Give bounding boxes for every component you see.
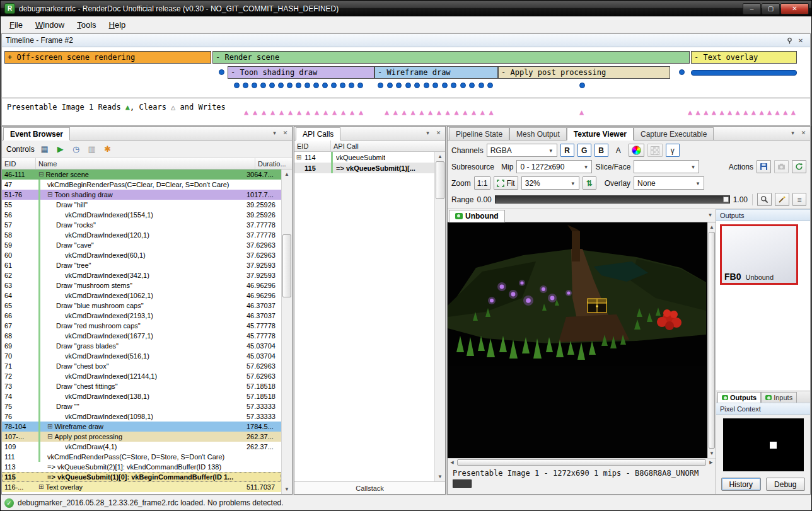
tab-capture-executable[interactable]: Capture Executable — [634, 127, 714, 141]
draw-call-dot[interactable] — [396, 83, 402, 88]
event-row[interactable]: 78-104⊞Wireframe draw1784.5... — [2, 422, 281, 432]
column-eid[interactable]: EID — [294, 141, 331, 151]
sliceface-dropdown[interactable]: ▾ — [634, 160, 699, 173]
write-marker-icon[interactable]: ▲ — [279, 108, 284, 116]
draw-call-dot[interactable] — [469, 83, 475, 88]
write-marker-icon[interactable]: ▲ — [704, 108, 708, 116]
output-thumbnail-fb0[interactable]: FB0 Unbound — [720, 224, 798, 285]
event-row[interactable]: 68vkCmdDrawIndexed(1677,1)45.77778 — [2, 331, 281, 341]
write-marker-icon[interactable]: ▲ — [306, 108, 310, 116]
scroll-left-icon[interactable]: ◀ — [448, 459, 456, 466]
draw-call-dot[interactable] — [579, 83, 585, 88]
event-row[interactable]: 116-...⊞Text overlay511.7037 — [2, 482, 281, 492]
scroll-down-icon[interactable]: ▼ — [435, 472, 445, 481]
pin-icon[interactable] — [784, 35, 795, 45]
write-marker-icon[interactable]: ▲ — [736, 108, 740, 116]
event-row[interactable]: 71Draw "chest box"57.62963 — [2, 361, 281, 371]
menu-item-tools[interactable]: Tools — [71, 18, 102, 32]
event-row[interactable]: 76vkCmdDrawIndexed(1098,1)57.33333 — [2, 411, 281, 422]
write-marker-icon[interactable]: ▲ — [728, 108, 732, 116]
range-min-value[interactable]: 0.00 — [477, 195, 491, 204]
tree-collapse-icon[interactable]: ⊟ — [38, 171, 44, 178]
write-marker-icon[interactable]: ▲ — [359, 108, 363, 116]
range-options-button[interactable]: ≡ — [792, 193, 806, 206]
draw-call-dot[interactable] — [287, 83, 293, 88]
scroll-up-icon[interactable]: ▲ — [435, 152, 445, 161]
draw-call-dot[interactable] — [331, 83, 337, 88]
save-texture-button[interactable] — [757, 160, 771, 173]
debug-button[interactable]: Debug — [766, 478, 806, 491]
scroll-thumb[interactable] — [457, 459, 706, 466]
zoom-1to1-button[interactable]: 1:1 — [474, 176, 491, 190]
event-row[interactable]: 66vkCmdDrawIndexed(2193,1)46.37037 — [2, 311, 281, 321]
event-browser-collapse-icon[interactable]: ▾ — [269, 128, 280, 138]
column-api-call[interactable]: API Call — [331, 141, 445, 151]
menu-item-help[interactable]: Help — [103, 18, 132, 32]
alpha-background-button[interactable] — [647, 144, 663, 157]
write-marker-icon[interactable]: ▲ — [315, 108, 319, 116]
write-marker-icon[interactable]: ▲ — [775, 108, 780, 116]
write-marker-icon[interactable]: ▲ — [463, 108, 467, 116]
write-marker-icon[interactable]: ▲ — [751, 108, 756, 116]
draw-call-dot[interactable] — [219, 69, 224, 75]
timeline-bar[interactable]: - Toon shading draw — [228, 66, 374, 79]
event-row[interactable]: 75Draw ""57.33333 — [2, 401, 281, 411]
api-calls-collapse-icon[interactable]: ▾ — [422, 128, 433, 138]
write-marker-icon[interactable]: ▲ — [332, 108, 337, 116]
draw-call-dot[interactable] — [679, 69, 685, 75]
draw-call-dot[interactable] — [357, 83, 363, 88]
write-marker-icon[interactable]: ▲ — [437, 108, 441, 116]
timeline-body[interactable]: + Off-screen scene rendering- Render sce… — [2, 47, 810, 125]
write-marker-icon[interactable]: ▲ — [489, 108, 494, 116]
pixel-context-view[interactable] — [723, 418, 804, 471]
draw-call-dot[interactable] — [313, 83, 319, 88]
colorwheel-button[interactable] — [629, 144, 644, 157]
callstack-section[interactable]: Callstack — [294, 481, 445, 494]
timeline-bar[interactable]: - Apply post processing — [498, 66, 670, 79]
write-marker-icon[interactable]: ▲ — [270, 108, 275, 116]
scroll-up-icon[interactable]: ▲ — [708, 222, 716, 232]
draw-call-dot[interactable] — [378, 83, 383, 88]
event-row[interactable]: 47vkCmdBeginRenderPass(C=Clear, D=Clear,… — [2, 180, 281, 190]
write-marker-icon[interactable]: ▲ — [696, 108, 700, 116]
timeline-bar[interactable]: - Text overlay — [691, 51, 797, 64]
event-row[interactable]: 57Draw "rocks"37.77778 — [2, 220, 281, 230]
event-row[interactable]: 73Draw "chest fittings"57.18518 — [2, 381, 281, 391]
draw-call-dot[interactable] — [424, 83, 429, 88]
write-marker-icon[interactable]: ▲ — [446, 108, 450, 116]
draw-call-dot[interactable] — [269, 83, 275, 88]
timing-icon[interactable]: ▦ — [38, 142, 52, 156]
write-marker-icon[interactable]: ▲ — [579, 108, 584, 116]
write-marker-icon[interactable]: ▲ — [759, 108, 763, 116]
write-marker-icon[interactable]: ▲ — [767, 108, 772, 116]
tree-expand-icon[interactable]: ⊞ — [47, 423, 52, 430]
write-marker-icon[interactable]: ▲ — [323, 108, 328, 116]
event-row[interactable]: 113=> vkQueueSubmit(2)[1]: vkEndCommandB… — [2, 462, 281, 472]
tab-outputs[interactable]: Outputs — [717, 392, 761, 403]
texture-list-dropdown-icon[interactable]: ▾ — [705, 210, 716, 220]
event-row[interactable]: 74vkCmdDrawIndexed(138,1)57.18518 — [2, 391, 281, 401]
draw-call-dot[interactable] — [278, 83, 284, 88]
api-calls-scrollbar[interactable]: ▲ ▼ — [434, 152, 445, 481]
write-marker-icon[interactable]: ▲ — [743, 108, 748, 116]
draw-call-dot[interactable] — [460, 83, 466, 88]
write-marker-icon[interactable]: ▲ — [428, 108, 432, 116]
write-marker-icon[interactable]: ▲ — [244, 108, 248, 116]
event-row[interactable]: 64vkCmdDrawIndexed(1062,1)46.96296 — [2, 290, 281, 301]
mip-dropdown[interactable]: 0 - 1272x690▾ — [516, 160, 592, 173]
range-slider[interactable] — [495, 195, 730, 204]
tab-inputs[interactable]: Inputs — [761, 392, 797, 403]
draw-call-dot[interactable] — [252, 83, 257, 88]
tree-collapse-icon[interactable]: ⊟ — [47, 433, 52, 440]
api-call-row[interactable]: ⊞114vkQueueSubmit — [294, 152, 434, 163]
tree-collapse-icon[interactable]: ⊟ — [47, 192, 52, 198]
channels-dropdown[interactable]: RGBA▾ — [487, 144, 557, 157]
api-calls-close-icon[interactable]: ✕ — [433, 128, 444, 138]
write-marker-icon[interactable]: ▲ — [712, 108, 716, 116]
event-row[interactable]: 109vkCmdDraw(4,1)262.37... — [2, 442, 281, 452]
write-marker-icon[interactable]: ▲ — [350, 108, 354, 116]
draw-call-dot[interactable] — [487, 83, 493, 88]
channel-b-button[interactable]: B — [594, 144, 608, 157]
menu-item-window[interactable]: Window — [29, 18, 71, 32]
draw-call-dot[interactable] — [451, 83, 456, 88]
